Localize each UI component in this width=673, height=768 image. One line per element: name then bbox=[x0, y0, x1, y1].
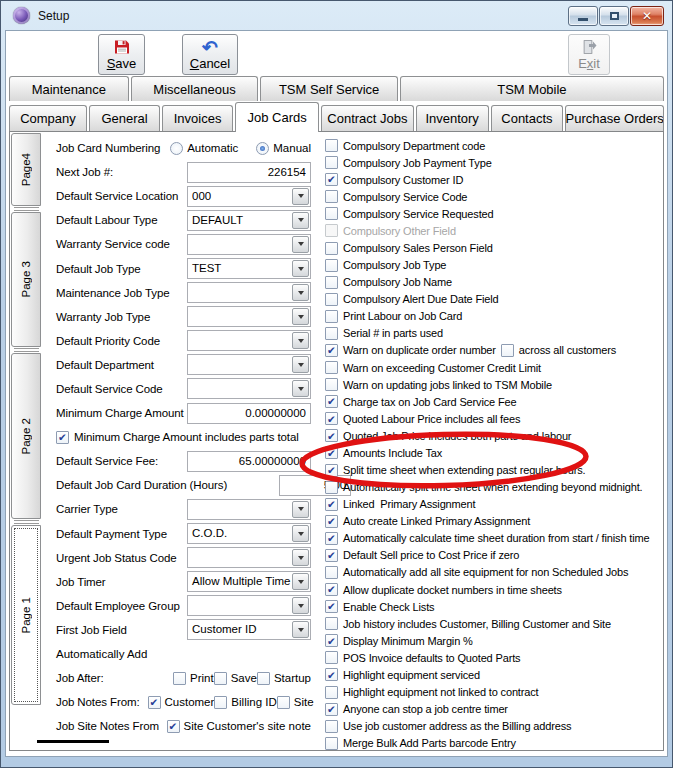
checkbox-compulsory-alert-due-date-field[interactable] bbox=[325, 293, 338, 306]
checkbox-linked-primary-assignment[interactable]: ✔ bbox=[325, 498, 338, 511]
select-first-job-field[interactable]: Customer ID bbox=[187, 619, 311, 640]
dropdown-button[interactable] bbox=[292, 597, 309, 614]
checkbox-pos-invoice-defaults-to-quoted-parts[interactable] bbox=[325, 651, 338, 664]
checkbox-amounts-include-tax[interactable]: ✔ bbox=[325, 446, 338, 459]
checkbox-use-job-customer-address-as-the-billing-address[interactable] bbox=[325, 720, 338, 733]
tab-purchase-orders[interactable]: Purchase Orders bbox=[565, 105, 664, 131]
select-default-priority-code[interactable] bbox=[187, 330, 311, 351]
dropdown-button[interactable] bbox=[292, 621, 309, 638]
select-default-payment-type[interactable]: C.O.D. bbox=[187, 523, 311, 544]
input-default-service-fee[interactable] bbox=[187, 451, 311, 472]
dropdown-button[interactable] bbox=[292, 260, 309, 277]
select-job-timer[interactable]: Allow Multiple Time bbox=[187, 571, 311, 592]
tab-invoices[interactable]: Invoices bbox=[162, 105, 233, 131]
select-default-service-code[interactable] bbox=[187, 378, 311, 399]
dropdown-button[interactable] bbox=[292, 573, 309, 590]
checkbox-highlight-equipment-serviced[interactable]: ✔ bbox=[325, 668, 338, 681]
checkbox-merge-bulk-add-parts-barcode-entry[interactable] bbox=[325, 737, 338, 750]
tab-contract-jobs[interactable]: Contract Jobs bbox=[321, 105, 414, 131]
checkbox-automatically-calculate-time-sheet-duration-from-start-finish-time[interactable]: ✔ bbox=[325, 532, 338, 545]
checkbox-customer[interactable]: ✔ bbox=[148, 696, 161, 709]
checkbox-compulsory-sales-person-field[interactable] bbox=[325, 242, 338, 255]
input-next-job[interactable] bbox=[187, 162, 311, 183]
dropdown-button[interactable] bbox=[292, 332, 309, 349]
checkbox-default-sell-price-to-cost-price-if-zero[interactable]: ✔ bbox=[325, 549, 338, 562]
tab-tsm-self-service[interactable]: TSM Self Service bbox=[260, 76, 398, 101]
checkbox-print[interactable] bbox=[173, 672, 186, 685]
page-tab-page4[interactable]: Page4 bbox=[11, 133, 41, 206]
checkbox-automatically-split-time-sheet-when-extending-beyond-midnight[interactable] bbox=[325, 481, 338, 494]
dropdown-button[interactable] bbox=[292, 356, 309, 373]
radio-automatic[interactable] bbox=[170, 142, 183, 155]
checkbox-compulsory-other-field[interactable] bbox=[325, 224, 338, 237]
dropdown-button[interactable] bbox=[292, 212, 309, 229]
checkbox-compulsory-job-name[interactable] bbox=[325, 276, 338, 289]
checkbox-charge-tax-on-job-card-service-fee[interactable]: ✔ bbox=[325, 395, 338, 408]
checkbox-save[interactable] bbox=[214, 672, 227, 685]
dropdown-button[interactable] bbox=[292, 284, 309, 301]
checkbox-highlight-equipment-not-linked-to-contract[interactable] bbox=[325, 686, 338, 699]
restore-button[interactable] bbox=[599, 6, 629, 26]
checkbox-quoted-labour-price-includes-all-fees[interactable]: ✔ bbox=[325, 412, 338, 425]
checkbox-compulsory-department-code[interactable] bbox=[325, 139, 338, 152]
select-default-job-type[interactable]: TEST bbox=[187, 258, 311, 279]
dropdown-button[interactable] bbox=[292, 525, 309, 542]
tab-company[interactable]: Company bbox=[9, 105, 87, 131]
dropdown-button[interactable] bbox=[292, 308, 309, 325]
tab-miscellaneous[interactable]: Miscellaneous bbox=[131, 76, 259, 101]
checkbox-warn-on-exceeding-customer-credit-limit[interactable] bbox=[325, 361, 338, 374]
checkbox-quoted-job-price-includes-both-parts-and-labour[interactable]: ✔ bbox=[325, 429, 338, 442]
close-button[interactable]: ✕ bbox=[630, 6, 664, 26]
checkbox-compulsory-customer-id[interactable]: ✔ bbox=[325, 173, 338, 186]
checkbox-compulsory-service-code[interactable] bbox=[325, 190, 338, 203]
page-tab-page-2[interactable]: Page 2 bbox=[11, 353, 41, 519]
checkbox-billing-id[interactable] bbox=[214, 696, 227, 709]
dropdown-button[interactable] bbox=[292, 501, 309, 518]
page-tab-page-1[interactable]: Page 1 bbox=[11, 525, 41, 705]
cancel-button[interactable]: ↶Cancel bbox=[182, 34, 238, 75]
checkbox-print-labour-on-job-card[interactable] bbox=[325, 310, 338, 323]
select-default-department[interactable] bbox=[187, 354, 311, 375]
minimize-button[interactable] bbox=[568, 6, 598, 26]
checkbox-site[interactable] bbox=[277, 696, 290, 709]
checkbox-compulsory-service-requested[interactable] bbox=[325, 207, 338, 220]
radio-manual[interactable] bbox=[256, 142, 269, 155]
checkbox-anyone-can-stop-a-job-centre-timer[interactable]: ✔ bbox=[325, 703, 338, 716]
input-minimum-charge-amount[interactable] bbox=[187, 403, 311, 424]
dropdown-button[interactable] bbox=[292, 188, 309, 205]
checkbox-compulsory-job-type[interactable] bbox=[325, 259, 338, 272]
checkbox-auto-create-linked-primary-assignment[interactable]: ✔ bbox=[325, 515, 338, 528]
checkbox-site-customer-s-site-note[interactable]: ✔ bbox=[167, 720, 180, 733]
tab-maintenance[interactable]: Maintenance bbox=[9, 76, 129, 101]
select-carrier-type[interactable] bbox=[187, 499, 311, 520]
dropdown-button[interactable] bbox=[292, 380, 309, 397]
checkbox-warn-on-updating-jobs-linked-to-tsm-mobile[interactable] bbox=[325, 378, 338, 391]
select-urgent-job-status-code[interactable] bbox=[187, 547, 311, 568]
checkbox-across-all-customers[interactable] bbox=[501, 344, 514, 357]
checkbox-split-time-sheet-when-extending-past-regular-hours[interactable]: ✔ bbox=[325, 464, 338, 477]
checkbox-automatically-add-all-site-equipment-for-non-scheduled-jobs[interactable] bbox=[325, 566, 338, 579]
checkbox-compulsory-job-payment-type[interactable] bbox=[325, 156, 338, 169]
checkbox-display-minimum-margin[interactable]: ✔ bbox=[325, 634, 338, 647]
select-default-service-location[interactable]: 000 bbox=[187, 186, 311, 207]
select-default-employee-group[interactable] bbox=[187, 595, 311, 616]
tab-contacts[interactable]: Contacts bbox=[491, 105, 564, 131]
page-tab-page-3[interactable]: Page 3 bbox=[11, 212, 41, 347]
checkbox-job-history-includes-customer-billing-customer-and-site[interactable] bbox=[325, 617, 338, 630]
dropdown-button[interactable] bbox=[292, 236, 309, 253]
select-warranty-service-code[interactable] bbox=[187, 234, 311, 255]
tab-tsm-mobile[interactable]: TSM Mobile bbox=[400, 76, 664, 101]
checkbox-allow-duplicate-docket-numbers-in-time-sheets[interactable]: ✔ bbox=[325, 583, 338, 596]
checkbox-startup[interactable] bbox=[257, 672, 270, 685]
select-default-labour-type[interactable]: DEFAULT bbox=[187, 210, 311, 231]
checkbox-minimum-charge-amount-includes-parts-total[interactable]: ✔ bbox=[56, 431, 69, 444]
dropdown-button[interactable] bbox=[292, 549, 309, 566]
tab-inventory[interactable]: Inventory bbox=[416, 105, 489, 131]
checkbox-warn-on-duplicate-order-number[interactable]: ✔ bbox=[325, 344, 338, 357]
select-warranty-job-type[interactable] bbox=[187, 306, 311, 327]
exit-button[interactable]: Exit bbox=[568, 34, 610, 75]
tab-general[interactable]: General bbox=[89, 105, 160, 131]
save-button[interactable]: Save bbox=[98, 34, 145, 75]
checkbox-serial-in-parts-used[interactable] bbox=[325, 327, 338, 340]
tab-job-cards[interactable]: Job Cards bbox=[235, 102, 319, 132]
